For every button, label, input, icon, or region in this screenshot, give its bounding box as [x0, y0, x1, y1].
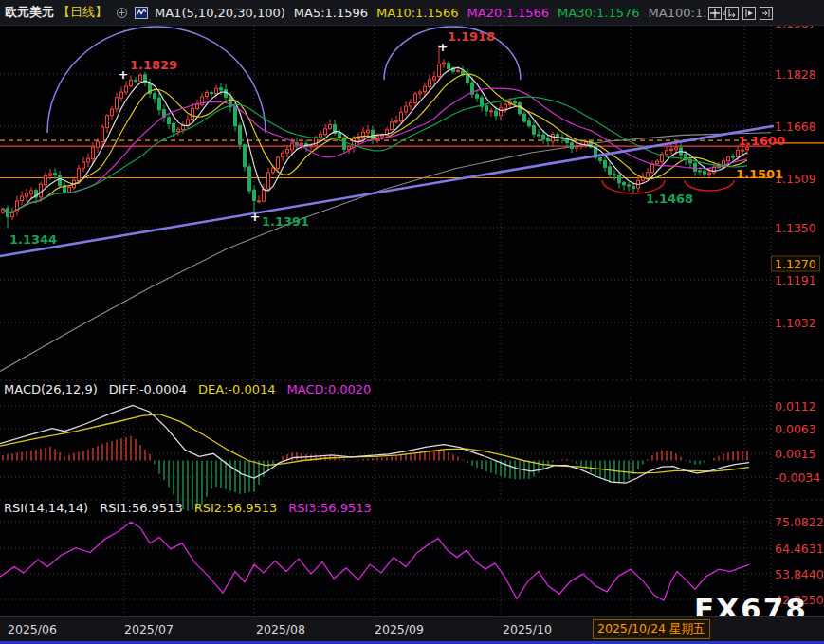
time-tick-label: 2025/07 — [124, 622, 174, 636]
ma10-value: MA10:1.1566 — [376, 6, 459, 20]
price-annotation: 1.1829 — [130, 58, 177, 72]
horizontal-levels — [0, 140, 824, 177]
ma20-value: MA20:1.1566 — [467, 6, 550, 20]
time-tick-label: 2025/06 — [8, 622, 57, 636]
time-axis[interactable]: 2025/062025/072025/082025/092025/10 2025… — [0, 616, 824, 642]
scale-x-axis-icon[interactable] — [742, 7, 756, 20]
price-annotation: 1.1501 — [736, 167, 783, 181]
ma5-value: MA5:1.1596 — [294, 6, 368, 20]
current-date-badge: 2025/10/24 星期五 — [593, 619, 710, 639]
price-annotation: 1.1600 — [738, 134, 785, 148]
axis-tick-label: 1.1828 — [775, 67, 816, 82]
pan-right-icon[interactable] — [760, 7, 773, 20]
rsi1-value: RSI1:56.9513 — [100, 501, 183, 515]
time-tick-label: 2025/10 — [503, 622, 552, 636]
time-tick-label: 2025/08 — [256, 622, 305, 636]
rsi-line — [0, 522, 749, 600]
scale-y-axis-icon[interactable] — [725, 7, 739, 20]
chart-canvas[interactable] — [0, 0, 824, 644]
axis-tick-label: 1.1191 — [775, 273, 816, 287]
ma-settings-label[interactable]: MA1(5,10,20,30,100) — [155, 6, 285, 20]
ma100-line — [0, 133, 771, 372]
axis-tick-label: 0.0015 — [775, 447, 816, 461]
macd-dea-value: DEA:-0.0014 — [198, 382, 275, 396]
crosshair-icon[interactable] — [708, 7, 722, 20]
axis-tick-label: 0.0112 — [775, 399, 816, 414]
macd-title[interactable]: MACD(26,12,9) — [4, 382, 98, 396]
macd-panel-header: MACD(26,12,9) DIFF:-0.0004 DEA:-0.0014 M… — [4, 382, 371, 396]
axis-tick-label: 1.1668 — [775, 120, 816, 134]
price-annotation: 1.1468 — [646, 192, 693, 206]
rsi3-value: RSI3:56.9513 — [288, 501, 372, 515]
chart-header: 欧元美元 【日线】 MA1(5,10,20,30,100) MA5:1.1596… — [0, 0, 824, 26]
trading-app-window: 欧元美元 【日线】 MA1(5,10,20,30,100) MA5:1.1596… — [0, 0, 824, 644]
axis-tick-label: -0.0034 — [775, 470, 820, 485]
rsi-panel-header: RSI(14,14,14) RSI1:56.9513 RSI2:56.9513 … — [4, 501, 372, 515]
gridlines — [0, 23, 771, 616]
symbol-title: 欧元美元 — [5, 4, 54, 21]
axis-tick-label: 75.0822 — [775, 515, 824, 529]
last-price-badge: 1.1270 — [771, 256, 820, 272]
rsi2-value: RSI2:56.9513 — [194, 501, 278, 515]
period-label[interactable]: 【日线】 — [58, 4, 107, 21]
chart-toolbar — [708, 7, 773, 20]
price-annotation: 1.1918 — [448, 29, 495, 44]
axis-tick-label: 1.1032 — [775, 316, 816, 330]
axis-tick-label: 64.4631 — [775, 542, 824, 556]
cross-marker-icon: + — [438, 40, 449, 54]
axis-tick-label: 1.1350 — [775, 221, 816, 235]
axis-tick-label: 53.8440 — [775, 567, 824, 581]
price-annotation: 1.1344 — [9, 232, 57, 247]
ma30-value: MA30:1.1576 — [558, 6, 640, 20]
cross-marker-icon: + — [119, 67, 129, 82]
macd-macd-value: MACD:0.0020 — [287, 382, 372, 396]
cross-marker-icon: + — [250, 210, 261, 224]
axis-tick-label: 0.0063 — [775, 422, 816, 436]
time-tick-label: 2025/09 — [375, 622, 424, 636]
price-annotation: 1.1391 — [262, 214, 309, 229]
circle-plus-icon[interactable] — [116, 7, 128, 19]
mini-chart-icon[interactable] — [135, 7, 148, 19]
macd-diff-value: DIFF:-0.0004 — [109, 382, 187, 396]
rsi-title[interactable]: RSI(14,14,14) — [4, 501, 88, 515]
